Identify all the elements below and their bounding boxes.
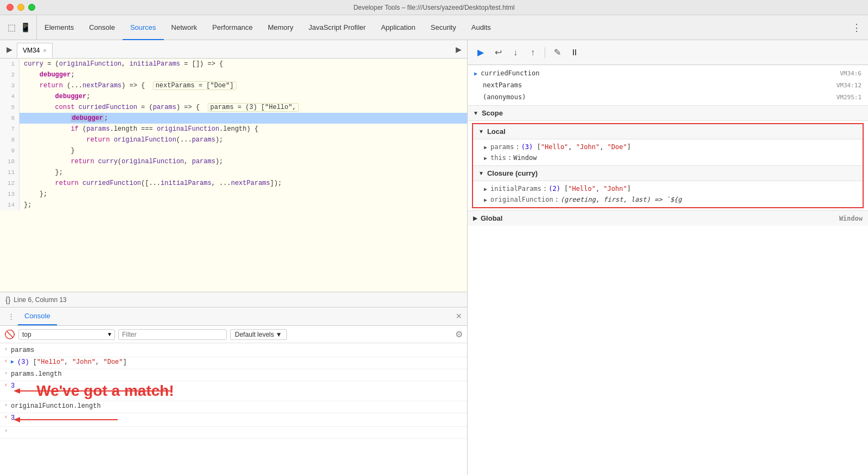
- deactivate-button[interactable]: ✎: [550, 45, 565, 60]
- step-into-button[interactable]: ↓: [508, 45, 523, 60]
- closure-expand-icon: ▼: [478, 170, 484, 176]
- global-label: Global: [481, 214, 502, 222]
- cs-arrow-icon: ▶: [474, 70, 477, 76]
- gear-icon[interactable]: ⚙: [455, 329, 463, 339]
- cs-entry-anon[interactable]: (anonymous) VM295:1: [468, 91, 868, 103]
- file-tab-close-button[interactable]: ×: [43, 47, 46, 54]
- console-entry-params-input: › params: [0, 345, 467, 357]
- originalfn-expand-icon[interactable]: ▶: [484, 197, 487, 203]
- expand-array-icon[interactable]: ▶: [11, 358, 14, 365]
- initialparams-expand-icon[interactable]: ▶: [484, 186, 487, 192]
- toolbar-divider: [545, 47, 545, 58]
- console-entry-orig-output: ‹ 3: [0, 413, 467, 427]
- line-number-11: 11: [0, 167, 20, 178]
- scope-initial-params-entry[interactable]: ▶ initialParams : (2) ["Hello", "John"]: [473, 183, 863, 194]
- tab-security[interactable]: Security: [423, 16, 464, 40]
- level-selector[interactable]: Default levels ▼: [230, 329, 287, 340]
- pause-button[interactable]: ⏸: [567, 45, 582, 60]
- initialparams-key: initialParams: [490, 185, 541, 192]
- console-entry-params-output: ‹ ▶ (3) ["Hello", "John", "Doe"]: [0, 357, 467, 369]
- line-number-12: 12: [0, 178, 20, 189]
- code-line-5: 5 const curriedFunction = (params) => { …: [0, 102, 467, 113]
- tab-console[interactable]: Console: [81, 16, 123, 40]
- line-content-8: return originalFunction(...params);: [20, 134, 223, 145]
- tab-network[interactable]: Network: [164, 16, 205, 40]
- titlebar: Developer Tools – file:///Users/yazeed/D…: [0, 0, 868, 15]
- code-line-12: 12 return curriedFunction([...initialPar…: [0, 178, 467, 189]
- tab-memory[interactable]: Memory: [260, 16, 301, 40]
- tab-audits[interactable]: Audits: [464, 16, 499, 40]
- tab-js-profiler[interactable]: JavaScript Profiler: [301, 16, 373, 40]
- arrow-svg-2: [20, 414, 129, 425]
- cs-entry-nextparams[interactable]: nextParams VM34:12: [468, 79, 868, 91]
- line-content-14: };: [20, 200, 31, 210]
- console-menu-icon[interactable]: ⋮: [4, 312, 18, 320]
- minimize-button[interactable]: [17, 4, 24, 11]
- no-entry-icon[interactable]: 🚫: [4, 329, 15, 339]
- console-close-button[interactable]: ×: [450, 311, 467, 322]
- this-expand-icon[interactable]: ▶: [484, 155, 487, 161]
- file-tab-run-button[interactable]: ▶: [450, 45, 467, 54]
- console-tab-console[interactable]: Console: [18, 307, 57, 325]
- line-content-7: if (params.length === originalFunction.l…: [20, 124, 258, 134]
- prompt-icon: ›: [4, 428, 8, 434]
- console-prompt-entry[interactable]: ›: [0, 427, 467, 439]
- line-number-9: 9: [0, 145, 20, 156]
- code-line-10: 10 return curry(originalFunction, params…: [0, 156, 467, 167]
- global-expand-icon: ▶: [473, 215, 477, 221]
- tab-sources[interactable]: Sources: [123, 16, 164, 40]
- context-input[interactable]: [18, 329, 115, 340]
- line-number-7: 7: [0, 124, 20, 134]
- expand-icon-2[interactable]: ›: [4, 370, 8, 376]
- params-key: params: [490, 143, 514, 151]
- tab-performance[interactable]: Performance: [205, 16, 260, 40]
- device-icon[interactable]: 📱: [20, 22, 31, 33]
- scope-original-fn-entry[interactable]: ▶ originalFunction : (greeting, first, l…: [473, 194, 863, 205]
- expand-icon[interactable]: ›: [4, 346, 8, 352]
- step-out-button[interactable]: ↑: [525, 45, 540, 60]
- scope-local-header[interactable]: ▼ Local: [473, 124, 863, 139]
- file-tab-vm34[interactable]: VM34 ×: [17, 43, 53, 58]
- close-button[interactable]: [7, 4, 14, 11]
- expand-icon-3[interactable]: ›: [4, 402, 8, 408]
- window-controls[interactable]: [7, 4, 35, 11]
- filter-input[interactable]: [118, 329, 227, 340]
- cs-loc-curried: VM34:6: [840, 70, 861, 77]
- line-number-2: 2: [0, 69, 20, 80]
- return-icon[interactable]: ‹: [4, 358, 8, 364]
- params-expand-icon[interactable]: ▶: [484, 144, 487, 150]
- this-value: Window: [513, 154, 537, 162]
- line-content-4: debugger;: [20, 91, 90, 102]
- maximize-button[interactable]: [28, 4, 35, 11]
- code-line-4: 4 debugger;: [0, 91, 467, 102]
- tab-elements[interactable]: Elements: [37, 16, 81, 40]
- return-icon-3[interactable]: ‹: [4, 414, 8, 420]
- more-tabs-button[interactable]: ⋮: [845, 15, 868, 40]
- line-content-11: };: [20, 167, 63, 178]
- console-text: params: [11, 346, 34, 354]
- console-tabs: ⋮ Console ×: [0, 307, 467, 326]
- line-content-1: curry = (originalFunction, initialParams…: [20, 59, 223, 69]
- line-number-13: 13: [0, 189, 20, 200]
- scope-this-entry[interactable]: ▶ this : Window: [473, 152, 863, 163]
- dock-icons[interactable]: ⬚ 📱: [2, 15, 37, 40]
- cs-entry-curried[interactable]: ▶ curriedFunction VM34:6: [468, 67, 868, 79]
- scope-local-section: ▼ Local ▶ params : (3) ["Hello", "John",…: [473, 124, 863, 165]
- run-icon[interactable]: ▶: [2, 45, 17, 54]
- cs-loc-nextparams: VM34:12: [837, 82, 861, 89]
- console-entry-length-output: ‹ 3 We've got a match!: [0, 381, 467, 401]
- line-number-10: 10: [0, 156, 20, 167]
- step-over-button[interactable]: ↩: [490, 45, 506, 60]
- context-selector[interactable]: ▼: [18, 329, 115, 340]
- code-line-2: 2 debugger;: [0, 69, 467, 80]
- scope-highlighted-box: ▼ Local ▶ params : (3) ["Hello", "John",…: [472, 123, 864, 208]
- scope-global-row[interactable]: ▶ Global Window: [468, 210, 868, 226]
- scope-params-entry[interactable]: ▶ params : (3) ["Hello", "John", "Doe"]: [473, 142, 863, 152]
- scope-closure-header[interactable]: ▼ Closure (curry): [473, 165, 863, 181]
- code-editor: 1 curry = (originalFunction, initialPara…: [0, 59, 467, 292]
- scope-header[interactable]: ▼ Scope: [468, 106, 868, 121]
- return-icon-2[interactable]: ‹: [4, 382, 8, 388]
- inspect-icon[interactable]: ⬚: [8, 22, 16, 33]
- resume-button[interactable]: ▶: [473, 45, 488, 60]
- tab-application[interactable]: Application: [373, 16, 423, 40]
